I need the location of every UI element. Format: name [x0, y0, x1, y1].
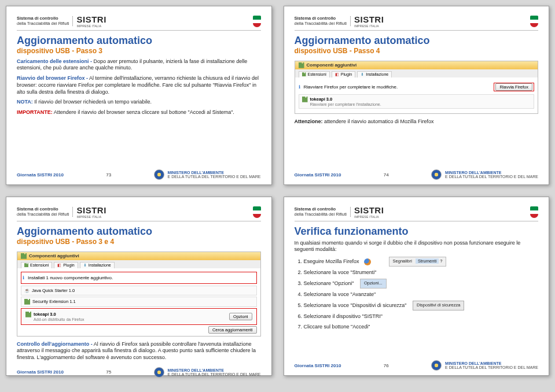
- install-msg-highlight: ℹ Installati 1 nuovo componente aggiunti…: [21, 272, 257, 284]
- slide-number: 76: [384, 363, 389, 368]
- slide-footer: Giornata SISTRI 2010 76 MINISTERO DELL'A…: [295, 358, 539, 371]
- restart-button-highlight: Riavvia Firefox: [494, 83, 534, 91]
- slide-footer: Giornata SISTRI 2010 74 MINISTERO DELL'A…: [295, 167, 539, 180]
- italy-flag-icon: [253, 16, 261, 27]
- slide-title: Aggiornamento automatico: [295, 35, 539, 47]
- restart-firefox-button[interactable]: Riavvia Firefox: [495, 83, 532, 91]
- slide-subtitle: dispositivo USB - Passo 3 e 4: [17, 238, 261, 246]
- emblem-icon: [431, 169, 442, 180]
- slide-header: Sistema di controllo della Tracciabilità…: [295, 205, 539, 221]
- slide-footer: Giornata SISTRI 2010 75 MINISTERO DELL'A…: [17, 365, 261, 378]
- header-org: Sistema di controllo della Tracciabilità…: [295, 16, 351, 26]
- header-org: Sistema di controllo della Tracciabilità…: [295, 207, 351, 217]
- emblem-icon: [154, 169, 164, 180]
- slide-header: Sistema di controllo della Tracciabilità…: [17, 14, 261, 31]
- options-menu-item: Opzioni...: [360, 279, 387, 289]
- bookmarks-menu: Segnalibri Strumenti ?: [389, 257, 447, 267]
- tokeapi-highlight: tokeapi 3.0 Add-on distribuito da Firefo…: [21, 308, 257, 325]
- security-devices-button: Dispositivi di sicurezza: [413, 301, 464, 310]
- slide-title: Aggiornamento automatico: [17, 35, 261, 47]
- sistri-logo: SISTRI IMPRESE ITALIA: [354, 14, 384, 28]
- steps-list: Eseguire Mozilla Firefox Segnalibri Stru…: [295, 257, 539, 333]
- paragraph-important: IMPORTANTE: Attendere il riavvio del bro…: [17, 109, 261, 116]
- tab-bar: Estensioni ◧Plugin ⬇Installazione: [295, 69, 538, 77]
- ministry-logo: MINISTERO DELL'AMBIENTE E DELLA TUTELA D…: [154, 169, 261, 180]
- slide-header: Sistema di controllo della Tracciabilità…: [17, 205, 261, 221]
- slide-76: Sistema di controllo della Tracciabilità…: [284, 197, 550, 376]
- tab-bar: Estensioni ◧Plugin ⬇Installazione: [17, 260, 260, 268]
- tab-extensions[interactable]: Estensioni: [299, 71, 330, 77]
- firefox-icon: [364, 258, 371, 265]
- intro-text: In qualsiasi momento quando vi sorge il …: [295, 240, 539, 253]
- tab-install[interactable]: ⬇Installazione: [80, 262, 115, 268]
- slide-header: Sistema di controllo della Tracciabilità…: [295, 14, 539, 31]
- footer-label: Giornata SISTRI 2010: [295, 363, 341, 368]
- italy-flag-icon: [253, 206, 261, 218]
- tab-plugins[interactable]: ◧Plugin: [332, 71, 355, 77]
- slide-title: Verifica funzionamento: [295, 226, 539, 238]
- sistri-logo: SISTRI IMPRESE ITALIA: [76, 14, 106, 28]
- slide-number: 74: [384, 172, 389, 177]
- slide-title: Aggiornamento automatico: [17, 226, 261, 238]
- footer-label: Giornata SISTRI 2010: [17, 369, 64, 375]
- ministry-logo: MINISTERO DELL'AMBIENTE E DELLA TUTELA D…: [431, 360, 538, 371]
- slide-number: 75: [106, 369, 111, 375]
- italy-flag-icon: [530, 206, 538, 218]
- tab-install[interactable]: ⬇Installazione: [357, 71, 392, 77]
- extension-row: Security Extension 1.1: [21, 297, 257, 307]
- puzzle-icon: [302, 97, 308, 102]
- extension-row: tokeapi 3.0 Riavviare per completare l'i…: [299, 94, 535, 109]
- paragraph: Caricamento delle estensioni - Dopo aver…: [17, 58, 261, 72]
- paragraph: Controllo dell'aggiornamento - Al riavvi…: [17, 341, 261, 361]
- sistri-logo: SISTRI IMPRESE ITALIA: [76, 205, 106, 219]
- header-org: Sistema di controllo della Tracciabilità…: [17, 207, 73, 217]
- slide-subtitle: dispositivo USB - Passo 3: [17, 47, 261, 55]
- slide-74: Sistema di controllo della Tracciabilità…: [284, 6, 550, 185]
- find-updates-button[interactable]: Cerca aggiornamenti: [208, 326, 257, 334]
- puzzle-icon: [299, 62, 304, 68]
- list-item: Cliccare sul bottone "Accedi": [304, 323, 539, 331]
- list-item: Selezionare la voce "Dispositivi di sicu…: [304, 301, 539, 310]
- slide-75: Sistema di controllo della Tracciabilità…: [6, 197, 272, 376]
- footer-label: Giornata SISTRI 2010: [295, 172, 341, 177]
- window-titlebar: Componenti aggiuntivi: [295, 61, 538, 69]
- list-item: Selezionare il dispositivo "SISTRI": [304, 312, 539, 321]
- puzzle-icon: [21, 253, 27, 259]
- tab-plugins[interactable]: ◧Plugin: [54, 262, 78, 268]
- tab-extensions[interactable]: Estensioni: [21, 262, 52, 268]
- extension-row: ☕Java Quick Starter 1.0: [21, 286, 257, 295]
- emblem-icon: [154, 367, 164, 378]
- list-item: Selezionare la voce "Avanzate": [304, 290, 539, 299]
- italy-flag-icon: [530, 16, 538, 27]
- slide-number: 73: [106, 172, 111, 177]
- emblem-icon: [431, 360, 442, 371]
- footer-label: Giornata SISTRI 2010: [17, 172, 64, 177]
- firefox-addons-screenshot: Componenti aggiuntivi Estensioni ◧Plugin…: [17, 252, 261, 336]
- attention-text: Attenzione: attendere il riavvio automat…: [295, 119, 539, 125]
- slides-grid: Sistema di controllo della Tracciabilità…: [6, 6, 549, 376]
- options-button[interactable]: Opzioni: [229, 313, 252, 320]
- ministry-logo: MINISTERO DELL'AMBIENTE E DELLA TUTELA D…: [431, 169, 538, 180]
- list-item: Eseguire Mozilla Firefox Segnalibri Stru…: [304, 257, 539, 267]
- slide-footer: Giornata SISTRI 2010 73 MINISTERO DELL'A…: [17, 167, 261, 180]
- ministry-logo: MINISTERO DELL'AMBIENTE E DELLA TUTELA D…: [154, 367, 261, 378]
- paragraph-nota: NOTA: Il riavvio del browser richiederà …: [17, 99, 261, 106]
- sistri-logo: SISTRI IMPRESE ITALIA: [354, 205, 384, 219]
- restart-row: ℹ Riavviare Firefox per completare le mo…: [299, 81, 535, 93]
- list-item: Selezionare la voce "Strumenti": [304, 268, 539, 277]
- window-titlebar: Componenti aggiuntivi: [17, 252, 260, 260]
- list-item: Selezionare "Opzioni" Opzioni...: [304, 279, 539, 289]
- slide-subtitle: dispositivo USB - Passo 4: [295, 47, 539, 55]
- paragraph: Riavvio del browser Firefox - Al termine…: [17, 75, 261, 95]
- header-org: Sistema di controllo della Tracciabilità…: [17, 16, 73, 26]
- slide-73: Sistema di controllo della Tracciabilità…: [6, 6, 272, 185]
- firefox-addons-screenshot: Componenti aggiuntivi Estensioni ◧Plugin…: [295, 61, 539, 114]
